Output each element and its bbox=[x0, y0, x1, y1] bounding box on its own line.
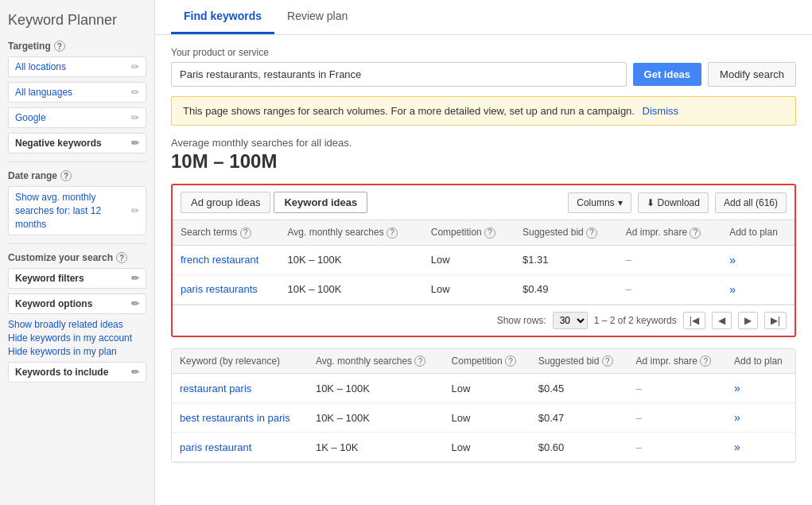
col-add-to-plan-ki: Add to plan bbox=[726, 349, 795, 374]
keyword-cell[interactable]: french restaurant bbox=[173, 245, 280, 274]
search-input[interactable] bbox=[171, 62, 627, 87]
sidebar-item-negative-keywords[interactable]: Negative keywords ✏ bbox=[8, 133, 146, 153]
main-content: Find keywords Review plan Your product o… bbox=[155, 0, 812, 505]
add-to-plan-cell[interactable]: » bbox=[726, 374, 795, 403]
sidebar-link-hide-account[interactable]: Hide keywords in my account bbox=[8, 332, 146, 344]
add-to-plan-cell[interactable]: » bbox=[726, 433, 795, 462]
bid-cell: $0.47 bbox=[530, 403, 628, 433]
tab-review-plan[interactable]: Review plan bbox=[274, 0, 360, 34]
col-suggested-bid-ki: Suggested bid ? bbox=[530, 349, 628, 374]
sidebar-item-keyword-filters[interactable]: Keyword filters ✏ bbox=[8, 268, 146, 289]
col-competition: Competition ? bbox=[423, 220, 515, 245]
avg-monthly-help-icon[interactable]: ? bbox=[387, 227, 398, 239]
col-avg-monthly: Avg. monthly searches ? bbox=[280, 220, 423, 245]
product-label: Your product or service bbox=[171, 47, 796, 58]
targeting-label: Targeting ? bbox=[8, 41, 146, 52]
keyword-cell[interactable]: restaurant paris bbox=[172, 374, 308, 403]
col-ad-impr: Ad impr. share ? bbox=[618, 220, 721, 245]
avg-cell: 10K – 100K bbox=[280, 245, 423, 274]
ad-impr-ki-help-icon[interactable]: ? bbox=[700, 355, 711, 367]
modify-search-button[interactable]: Modify search bbox=[708, 62, 796, 87]
get-ideas-button[interactable]: Get ideas bbox=[633, 63, 702, 86]
table-row: paris restaurant 1K – 10K Low $0.60 – » bbox=[172, 433, 795, 462]
competition-cell: Low bbox=[444, 433, 530, 462]
targeting-help-icon[interactable]: ? bbox=[54, 41, 65, 52]
share-cell: – bbox=[628, 433, 727, 462]
locations-edit-icon: ✏ bbox=[131, 61, 139, 72]
tab-find-keywords[interactable]: Find keywords bbox=[171, 0, 274, 34]
keyword-cell[interactable]: paris restaurants bbox=[173, 274, 280, 304]
top-nav: Find keywords Review plan bbox=[155, 0, 812, 35]
add-all-button[interactable]: Add all (616) bbox=[715, 192, 787, 213]
next-page-button[interactable]: ▶ bbox=[738, 312, 758, 329]
network-edit-icon: ✏ bbox=[131, 112, 139, 123]
avg-cell: 10K – 100K bbox=[280, 274, 423, 304]
keyword-cell[interactable]: paris restaurant bbox=[172, 433, 308, 462]
share-cell: – bbox=[628, 403, 727, 433]
languages-edit-icon: ✏ bbox=[131, 87, 139, 98]
competition-cell: Low bbox=[444, 374, 530, 403]
search-row: Get ideas Modify search bbox=[171, 62, 796, 87]
avg-cell: 1K – 10K bbox=[308, 433, 444, 462]
sidebar-item-keywords-to-include[interactable]: Keywords to include ✏ bbox=[8, 362, 146, 383]
search-terms-section: Ad group ideas Keyword ideas Columns ▾ ⬇… bbox=[171, 184, 796, 337]
rows-per-page-select[interactable]: 30 bbox=[553, 312, 588, 329]
search-terms-tab-bar: Ad group ideas Keyword ideas Columns ▾ ⬇… bbox=[173, 185, 795, 220]
app-title: Keyword Planner bbox=[8, 12, 146, 29]
avg-value: 10M – 100M bbox=[171, 150, 796, 173]
pagination-bar: Show rows: 30 1 – 2 of 2 keywords |◀ ◀ ▶… bbox=[173, 305, 795, 336]
negative-keywords-edit-icon: ✏ bbox=[131, 138, 139, 149]
keyword-cell[interactable]: best restaurants in paris bbox=[172, 403, 308, 433]
notice-bar: This page shows ranges for search volume… bbox=[171, 96, 796, 126]
avg-monthly-ki-help-icon[interactable]: ? bbox=[414, 355, 425, 367]
table-row: french restaurant 10K – 100K Low $1.31 –… bbox=[173, 245, 795, 274]
sidebar-link-broadly-related[interactable]: Show broadly related ideas bbox=[8, 319, 146, 330]
prev-page-button[interactable]: ◀ bbox=[712, 312, 732, 329]
add-to-plan-cell[interactable]: » bbox=[721, 245, 795, 274]
tab-bar-actions: Columns ▾ ⬇ Download Add all (616) bbox=[568, 192, 787, 213]
sidebar-item-locations[interactable]: All locations ✏ bbox=[8, 56, 146, 77]
ad-impr-help-icon[interactable]: ? bbox=[690, 227, 701, 239]
avg-cell: 10K – 100K bbox=[308, 374, 444, 403]
sidebar: Keyword Planner Targeting ? All location… bbox=[0, 0, 155, 505]
last-page-button[interactable]: ▶| bbox=[764, 312, 787, 329]
col-ad-impr-ki: Ad impr. share ? bbox=[628, 349, 727, 374]
col-competition-ki: Competition ? bbox=[444, 349, 530, 374]
share-cell: – bbox=[628, 374, 727, 403]
keywords-to-include-edit-icon: ✏ bbox=[131, 367, 139, 378]
tab-ad-group-ideas[interactable]: Ad group ideas bbox=[181, 192, 270, 213]
columns-button[interactable]: Columns ▾ bbox=[568, 192, 631, 213]
search-terms-help-icon[interactable]: ? bbox=[240, 227, 251, 239]
col-search-terms: Search terms ? bbox=[173, 220, 280, 245]
sidebar-item-network[interactable]: Google ✏ bbox=[8, 107, 146, 128]
date-range-help-icon[interactable]: ? bbox=[60, 170, 72, 181]
add-to-plan-cell[interactable]: » bbox=[726, 403, 795, 433]
search-terms-table: Search terms ? Avg. monthly searches ? C… bbox=[173, 220, 795, 305]
suggested-bid-help-icon[interactable]: ? bbox=[586, 227, 597, 239]
chevron-down-icon: ▾ bbox=[618, 197, 623, 208]
bid-cell: $0.60 bbox=[530, 433, 628, 462]
sidebar-item-keyword-options[interactable]: Keyword options ✏ bbox=[8, 293, 146, 314]
competition-help-icon[interactable]: ? bbox=[484, 227, 495, 239]
col-avg-monthly-ki: Avg. monthly searches ? bbox=[308, 349, 444, 374]
keyword-ideas-table: Keyword (by relevance) Avg. monthly sear… bbox=[172, 349, 795, 463]
dismiss-link[interactable]: Dismiss bbox=[643, 105, 679, 117]
table-row: best restaurants in paris 10K – 100K Low… bbox=[172, 403, 795, 433]
sidebar-item-date-range[interactable]: Show avg. monthly searches for: last 12 … bbox=[8, 186, 146, 235]
bid-cell: $1.31 bbox=[515, 245, 618, 274]
customize-label: Customize your search ? bbox=[8, 252, 146, 263]
download-icon: ⬇ bbox=[647, 197, 655, 208]
suggested-bid-ki-help-icon[interactable]: ? bbox=[602, 355, 613, 367]
competition-ki-help-icon[interactable]: ? bbox=[505, 355, 516, 367]
col-add-to-plan: Add to plan bbox=[721, 220, 795, 245]
share-cell: – bbox=[618, 245, 721, 274]
download-button[interactable]: ⬇ Download bbox=[638, 192, 709, 213]
add-to-plan-cell[interactable]: » bbox=[721, 274, 795, 304]
date-range-label: Date range ? bbox=[8, 170, 146, 181]
keyword-filters-edit-icon: ✏ bbox=[131, 273, 139, 284]
first-page-button[interactable]: |◀ bbox=[683, 312, 705, 329]
sidebar-item-languages[interactable]: All languages ✏ bbox=[8, 82, 146, 103]
customize-help-icon[interactable]: ? bbox=[116, 252, 127, 263]
sidebar-link-hide-plan[interactable]: Hide keywords in my plan bbox=[8, 346, 146, 357]
tab-keyword-ideas[interactable]: Keyword ideas bbox=[274, 192, 367, 213]
